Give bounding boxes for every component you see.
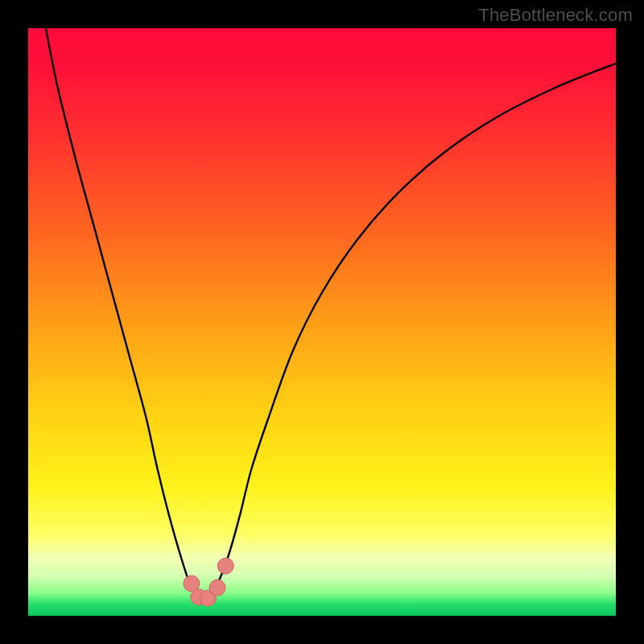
plot-area <box>28 28 616 616</box>
bottleneck-curve <box>46 28 616 600</box>
curve-marker <box>209 580 225 596</box>
chart-frame: TheBottleneck.com <box>0 0 644 644</box>
watermark-text: TheBottleneck.com <box>478 5 633 26</box>
curve-svg <box>28 28 616 616</box>
curve-marker <box>217 558 233 574</box>
curve-markers <box>184 558 233 606</box>
